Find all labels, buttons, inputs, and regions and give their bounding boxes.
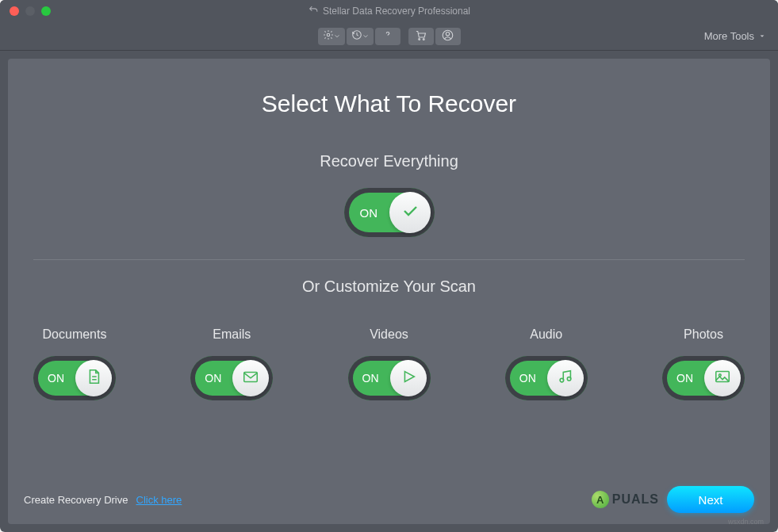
minimize-window-button[interactable] bbox=[25, 6, 35, 16]
category-videos: Videos ON bbox=[348, 327, 431, 400]
toggle-state: ON bbox=[48, 372, 64, 385]
document-icon bbox=[85, 368, 102, 388]
watermark-badge: A bbox=[592, 491, 609, 508]
category-documents: Documents ON bbox=[33, 327, 116, 400]
cart-icon bbox=[415, 29, 427, 44]
watermark-url: wsxdn.com bbox=[728, 518, 764, 526]
svg-point-0 bbox=[327, 33, 330, 36]
app-window: Stellar Data Recovery Professional bbox=[0, 0, 778, 532]
toggle-state: ON bbox=[519, 372, 536, 385]
check-icon bbox=[400, 201, 420, 224]
settings-button[interactable] bbox=[318, 28, 345, 45]
main-content: Select What To Recover Recover Everythin… bbox=[8, 59, 770, 524]
toggle-state: ON bbox=[676, 372, 693, 385]
question-icon bbox=[382, 29, 393, 43]
help-button[interactable] bbox=[375, 28, 400, 45]
category-label: Audio bbox=[530, 327, 562, 342]
toggle-knob bbox=[390, 360, 427, 396]
watermark-text: PUALS bbox=[612, 492, 659, 507]
audio-icon bbox=[557, 368, 574, 388]
toggle-knob bbox=[75, 360, 112, 396]
svg-point-2 bbox=[423, 38, 424, 40]
window-controls bbox=[10, 6, 51, 16]
category-label: Documents bbox=[43, 327, 107, 342]
history-icon bbox=[351, 29, 362, 43]
svg-point-7 bbox=[567, 377, 571, 381]
footer-left: Create Recovery Drive Click here bbox=[24, 494, 182, 506]
category-label: Videos bbox=[370, 327, 408, 342]
video-icon bbox=[400, 368, 417, 388]
photos-toggle[interactable]: ON bbox=[662, 356, 745, 400]
gear-icon bbox=[323, 29, 334, 43]
customize-label: Or Customize Your Scan bbox=[302, 277, 476, 296]
more-tools-menu[interactable]: More Tools bbox=[704, 30, 765, 42]
footer: Create Recovery Drive Click here A PUALS… bbox=[24, 486, 754, 513]
category-label: Photos bbox=[684, 327, 723, 342]
title-text: Stellar Data Recovery Professional bbox=[323, 6, 470, 17]
svg-point-6 bbox=[560, 378, 564, 382]
category-photos: Photos ON bbox=[662, 327, 745, 400]
account-button[interactable] bbox=[435, 28, 461, 45]
page-title: Select What To Recover bbox=[262, 90, 516, 117]
category-audio: Audio ON bbox=[505, 327, 588, 400]
photo-icon bbox=[714, 368, 731, 388]
toggle-knob bbox=[232, 360, 269, 396]
chevron-down-icon bbox=[759, 33, 765, 40]
recover-everything-toggle[interactable]: ON bbox=[344, 188, 435, 237]
toggle-knob bbox=[547, 360, 584, 396]
toggle-state: ON bbox=[360, 206, 378, 220]
category-row: Documents ON Emails ON bbox=[33, 327, 745, 400]
divider bbox=[33, 259, 745, 260]
audio-toggle[interactable]: ON bbox=[505, 356, 588, 400]
back-arrow-icon bbox=[308, 5, 318, 17]
chevron-down-icon bbox=[334, 33, 340, 40]
window-title: Stellar Data Recovery Professional bbox=[308, 5, 470, 17]
svg-point-9 bbox=[719, 374, 721, 377]
toolbar-center bbox=[318, 28, 461, 45]
emails-toggle[interactable]: ON bbox=[190, 356, 273, 400]
svg-point-4 bbox=[446, 32, 449, 35]
chevron-down-icon bbox=[362, 33, 369, 40]
toggle-state: ON bbox=[205, 372, 221, 385]
cart-button[interactable] bbox=[408, 28, 434, 45]
svg-rect-5 bbox=[244, 373, 258, 382]
titlebar: Stellar Data Recovery Professional bbox=[0, 0, 778, 22]
user-icon bbox=[442, 29, 454, 44]
next-button[interactable]: Next bbox=[667, 486, 754, 513]
toolbar: More Tools bbox=[0, 22, 778, 51]
close-window-button[interactable] bbox=[10, 6, 19, 16]
toggle-knob bbox=[704, 360, 741, 396]
fullscreen-window-button[interactable] bbox=[41, 6, 51, 16]
toggle-knob bbox=[389, 192, 431, 233]
category-emails: Emails ON bbox=[190, 327, 273, 400]
create-recovery-drive-link[interactable]: Click here bbox=[136, 494, 182, 506]
history-button[interactable] bbox=[347, 28, 374, 45]
create-recovery-drive-label: Create Recovery Drive bbox=[24, 494, 128, 506]
email-icon bbox=[242, 368, 259, 388]
toggle-state: ON bbox=[362, 372, 379, 385]
recover-everything-label: Recover Everything bbox=[320, 152, 458, 170]
svg-point-1 bbox=[419, 38, 420, 40]
category-label: Emails bbox=[213, 327, 251, 342]
more-tools-label: More Tools bbox=[704, 30, 754, 42]
videos-toggle[interactable]: ON bbox=[348, 356, 431, 400]
documents-toggle[interactable]: ON bbox=[33, 356, 116, 400]
watermark: A PUALS bbox=[592, 491, 659, 508]
